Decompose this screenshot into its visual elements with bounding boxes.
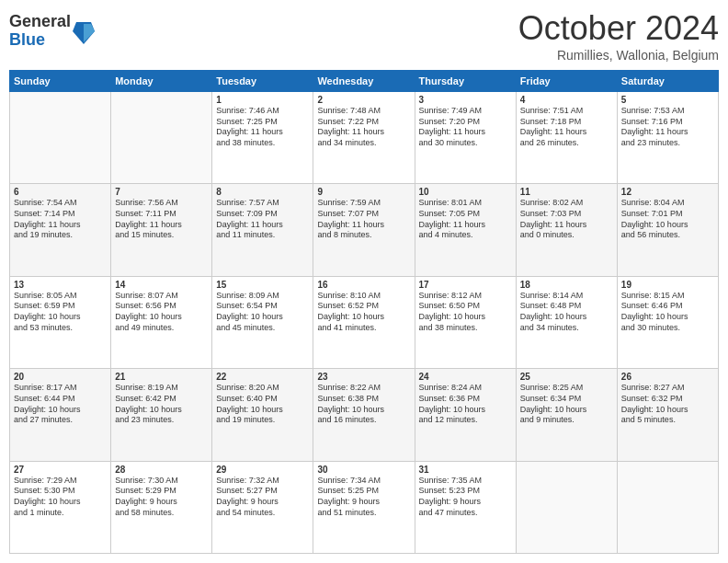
calendar-cell: 19Sunrise: 8:15 AMSunset: 6:46 PMDayligh… xyxy=(617,276,718,368)
calendar-row: 27Sunrise: 7:29 AMSunset: 5:30 PMDayligh… xyxy=(10,461,719,553)
cell-info: Sunrise: 7:57 AMSunset: 7:09 PMDaylight:… xyxy=(216,198,309,241)
day-number: 8 xyxy=(216,187,309,197)
cell-info: Sunrise: 7:29 AMSunset: 5:30 PMDaylight:… xyxy=(14,476,107,519)
calendar-cell: 4Sunrise: 7:51 AMSunset: 7:18 PMDaylight… xyxy=(516,92,617,184)
cell-info: Sunrise: 7:59 AMSunset: 7:07 PMDaylight:… xyxy=(317,198,410,241)
cell-info: Sunrise: 8:22 AMSunset: 6:38 PMDaylight:… xyxy=(317,383,410,426)
calendar-cell: 1Sunrise: 7:46 AMSunset: 7:25 PMDaylight… xyxy=(212,92,313,184)
cell-info: Sunrise: 8:01 AMSunset: 7:05 PMDaylight:… xyxy=(419,198,512,241)
day-number: 21 xyxy=(115,372,208,382)
calendar-cell: 26Sunrise: 8:27 AMSunset: 6:32 PMDayligh… xyxy=(617,369,718,461)
weekday-header: Wednesday xyxy=(313,71,415,92)
cell-info: Sunrise: 8:12 AMSunset: 6:50 PMDaylight:… xyxy=(419,291,512,334)
location: Rumillies, Wallonia, Belgium xyxy=(518,48,719,63)
calendar-row: 13Sunrise: 8:05 AMSunset: 6:59 PMDayligh… xyxy=(10,276,719,368)
calendar-cell xyxy=(111,92,212,184)
cell-info: Sunrise: 7:54 AMSunset: 7:14 PMDaylight:… xyxy=(14,198,107,241)
calendar-cell: 28Sunrise: 7:30 AMSunset: 5:29 PMDayligh… xyxy=(111,461,212,553)
day-number: 3 xyxy=(419,95,512,105)
day-number: 17 xyxy=(419,280,512,290)
cell-info: Sunrise: 7:51 AMSunset: 7:18 PMDaylight:… xyxy=(520,106,613,149)
calendar-cell: 21Sunrise: 8:19 AMSunset: 6:42 PMDayligh… xyxy=(111,369,212,461)
day-number: 6 xyxy=(14,187,107,197)
day-number: 10 xyxy=(419,187,512,197)
cell-info: Sunrise: 8:02 AMSunset: 7:03 PMDaylight:… xyxy=(520,198,613,241)
cell-info: Sunrise: 7:46 AMSunset: 7:25 PMDaylight:… xyxy=(216,106,309,149)
day-number: 28 xyxy=(115,465,208,475)
calendar-cell: 8Sunrise: 7:57 AMSunset: 7:09 PMDaylight… xyxy=(212,184,313,276)
cell-info: Sunrise: 7:49 AMSunset: 7:20 PMDaylight:… xyxy=(419,106,512,149)
calendar-cell: 9Sunrise: 7:59 AMSunset: 7:07 PMDaylight… xyxy=(313,184,415,276)
cell-info: Sunrise: 7:32 AMSunset: 5:27 PMDaylight:… xyxy=(216,476,309,519)
calendar-cell: 30Sunrise: 7:34 AMSunset: 5:25 PMDayligh… xyxy=(313,461,415,553)
cell-info: Sunrise: 8:24 AMSunset: 6:36 PMDaylight:… xyxy=(419,383,512,426)
day-number: 14 xyxy=(115,280,208,290)
cell-info: Sunrise: 7:56 AMSunset: 7:11 PMDaylight:… xyxy=(115,198,208,241)
cell-info: Sunrise: 7:35 AMSunset: 5:23 PMDaylight:… xyxy=(419,476,512,519)
day-number: 9 xyxy=(317,187,410,197)
logo-blue: Blue xyxy=(9,31,71,50)
calendar-row: 1Sunrise: 7:46 AMSunset: 7:25 PMDaylight… xyxy=(10,92,719,184)
day-number: 25 xyxy=(520,372,613,382)
month-title: October 2024 xyxy=(518,9,719,48)
calendar-cell: 5Sunrise: 7:53 AMSunset: 7:16 PMDaylight… xyxy=(617,92,718,184)
day-number: 15 xyxy=(216,280,309,290)
cell-info: Sunrise: 8:10 AMSunset: 6:52 PMDaylight:… xyxy=(317,291,410,334)
weekday-header: Sunday xyxy=(10,71,111,92)
day-number: 13 xyxy=(14,280,107,290)
day-number: 4 xyxy=(520,95,613,105)
day-number: 20 xyxy=(14,372,107,382)
calendar-cell: 11Sunrise: 8:02 AMSunset: 7:03 PMDayligh… xyxy=(516,184,617,276)
weekday-header: Saturday xyxy=(617,71,718,92)
title-block: October 2024 Rumillies, Wallonia, Belgiu… xyxy=(518,9,719,63)
cell-info: Sunrise: 7:48 AMSunset: 7:22 PMDaylight:… xyxy=(317,106,410,149)
day-number: 1 xyxy=(216,95,309,105)
calendar-row: 20Sunrise: 8:17 AMSunset: 6:44 PMDayligh… xyxy=(10,369,719,461)
calendar-cell: 23Sunrise: 8:22 AMSunset: 6:38 PMDayligh… xyxy=(313,369,415,461)
day-number: 18 xyxy=(520,280,613,290)
cell-info: Sunrise: 8:19 AMSunset: 6:42 PMDaylight:… xyxy=(115,383,208,426)
calendar-cell: 18Sunrise: 8:14 AMSunset: 6:48 PMDayligh… xyxy=(516,276,617,368)
day-number: 23 xyxy=(317,372,410,382)
calendar-cell: 14Sunrise: 8:07 AMSunset: 6:56 PMDayligh… xyxy=(111,276,212,368)
calendar-row: 6Sunrise: 7:54 AMSunset: 7:14 PMDaylight… xyxy=(10,184,719,276)
calendar-cell: 15Sunrise: 8:09 AMSunset: 6:54 PMDayligh… xyxy=(212,276,313,368)
day-number: 26 xyxy=(621,372,714,382)
logo-icon xyxy=(73,18,95,44)
header: General Blue October 2024 Rumillies, Wal… xyxy=(9,9,719,63)
calendar-cell: 7Sunrise: 7:56 AMSunset: 7:11 PMDaylight… xyxy=(111,184,212,276)
cell-info: Sunrise: 8:05 AMSunset: 6:59 PMDaylight:… xyxy=(14,291,107,334)
weekday-header: Monday xyxy=(111,71,212,92)
calendar-cell xyxy=(516,461,617,553)
calendar-cell: 12Sunrise: 8:04 AMSunset: 7:01 PMDayligh… xyxy=(617,184,718,276)
cell-info: Sunrise: 8:17 AMSunset: 6:44 PMDaylight:… xyxy=(14,383,107,426)
page: General Blue October 2024 Rumillies, Wal… xyxy=(0,0,728,563)
day-number: 12 xyxy=(621,187,714,197)
calendar-cell: 22Sunrise: 8:20 AMSunset: 6:40 PMDayligh… xyxy=(212,369,313,461)
calendar-cell: 25Sunrise: 8:25 AMSunset: 6:34 PMDayligh… xyxy=(516,369,617,461)
day-number: 22 xyxy=(216,372,309,382)
weekday-header: Tuesday xyxy=(212,71,313,92)
calendar-cell: 2Sunrise: 7:48 AMSunset: 7:22 PMDaylight… xyxy=(313,92,415,184)
calendar-cell: 6Sunrise: 7:54 AMSunset: 7:14 PMDaylight… xyxy=(10,184,111,276)
day-number: 27 xyxy=(14,465,107,475)
cell-info: Sunrise: 8:25 AMSunset: 6:34 PMDaylight:… xyxy=(520,383,613,426)
logo-general: General xyxy=(9,13,71,31)
calendar-cell xyxy=(10,92,111,184)
day-number: 19 xyxy=(621,280,714,290)
calendar-cell: 17Sunrise: 8:12 AMSunset: 6:50 PMDayligh… xyxy=(415,276,516,368)
cell-info: Sunrise: 8:20 AMSunset: 6:40 PMDaylight:… xyxy=(216,383,309,426)
calendar-cell: 31Sunrise: 7:35 AMSunset: 5:23 PMDayligh… xyxy=(415,461,516,553)
weekday-header: Friday xyxy=(516,71,617,92)
cell-info: Sunrise: 7:53 AMSunset: 7:16 PMDaylight:… xyxy=(621,106,714,149)
logo: General Blue xyxy=(9,13,95,50)
calendar-cell xyxy=(617,461,718,553)
day-number: 7 xyxy=(115,187,208,197)
day-number: 16 xyxy=(317,280,410,290)
day-number: 11 xyxy=(520,187,613,197)
day-number: 24 xyxy=(419,372,512,382)
day-number: 31 xyxy=(419,465,512,475)
calendar-cell: 16Sunrise: 8:10 AMSunset: 6:52 PMDayligh… xyxy=(313,276,415,368)
calendar-cell: 20Sunrise: 8:17 AMSunset: 6:44 PMDayligh… xyxy=(10,369,111,461)
logo-text: General Blue xyxy=(9,13,71,50)
